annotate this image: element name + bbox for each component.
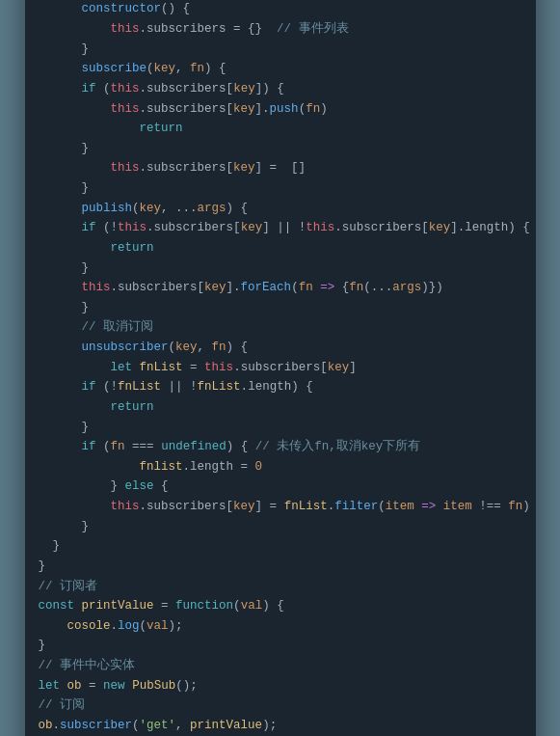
code-window: // 事件中心 class PubSub { constructor() { t… (25, 0, 536, 736)
code-block: // 事件中心 class PubSub { constructor() { t… (25, 0, 536, 736)
